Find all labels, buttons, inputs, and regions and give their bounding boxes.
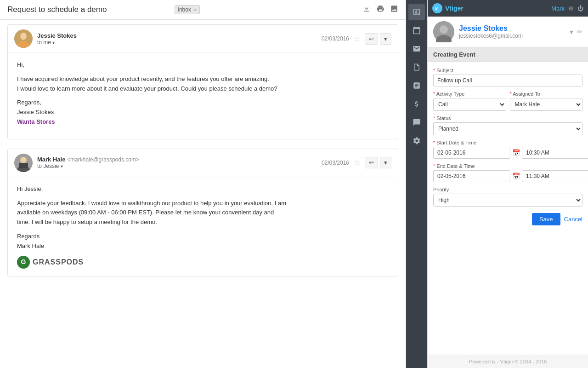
- priority-group: Priority High Medium Low: [433, 187, 582, 207]
- contact-edit-icon[interactable]: ✏: [577, 28, 582, 35]
- end-calendar-icon[interactable]: 📅: [512, 172, 520, 180]
- end-date-input[interactable]: [433, 170, 510, 182]
- more-button-2[interactable]: ▾: [380, 157, 391, 168]
- creating-event-header: Creating Event: [428, 47, 588, 62]
- email-toolbar: [362, 5, 398, 15]
- image-icon[interactable]: [390, 5, 398, 15]
- end-datetime-row: 📅 🕐: [433, 170, 582, 182]
- crm-topbar: v Vtiger Mark ⚙ ⏻: [428, 0, 588, 17]
- reply-button-1[interactable]: ↩: [365, 33, 378, 45]
- download-icon[interactable]: [362, 5, 371, 15]
- subject-input[interactable]: [433, 75, 582, 86]
- sender-avatar-mark: [14, 154, 33, 172]
- sender-name-mark: Mark Hale <markhale@grasspods.com>: [37, 156, 322, 163]
- email-msg-header-2: Mark Hale <markhale@grasspods.com> to Je…: [8, 149, 398, 177]
- subject-group: Subject: [433, 68, 582, 86]
- sidebar-item-money[interactable]: [408, 96, 425, 112]
- assigned-to-label: Assigned To: [510, 91, 583, 97]
- sender-info-mark: Mark Hale <markhale@grasspods.com> to Je…: [37, 156, 322, 169]
- sender-avatar-jessie: [14, 29, 33, 48]
- sidebar-item-document[interactable]: [408, 59, 425, 75]
- msg-date-1: 02/03/2016: [322, 35, 349, 42]
- contact-actions: ▾ ✏: [570, 28, 582, 36]
- start-date-label: Start Date & Time: [433, 140, 582, 145]
- email-panel: Request to schedule a demo Inbox ×: [0, 0, 406, 368]
- contact-dropdown-icon[interactable]: ▾: [570, 28, 573, 36]
- form-actions: Save Cancel: [433, 213, 582, 225]
- email-body-1: Hi, I have acquired knowledge about your…: [8, 53, 398, 139]
- msg-date-area-1: 02/03/2016 ☆ ↩ ▾: [322, 33, 391, 45]
- inbox-close-button[interactable]: ×: [194, 7, 197, 12]
- star-icon-1[interactable]: ☆: [354, 34, 360, 43]
- inbox-label: Inbox: [178, 6, 191, 13]
- vtiger-logo: v Vtiger: [432, 3, 551, 13]
- contact-avatar: [433, 21, 454, 42]
- cancel-button[interactable]: Cancel: [564, 213, 582, 225]
- email-message-2: Mark Hale <markhale@grasspods.com> to Je…: [7, 149, 398, 276]
- svg-point-3: [21, 33, 26, 39]
- start-calendar-icon[interactable]: 📅: [512, 149, 520, 156]
- print-icon[interactable]: [376, 5, 384, 15]
- msg-date-2: 02/03/2016: [322, 160, 349, 166]
- save-button[interactable]: Save: [532, 213, 560, 225]
- sidebar-item-settings[interactable]: [408, 132, 425, 149]
- contact-info: Jessie Stokes jessiestokes6@gmail.com: [459, 24, 570, 39]
- status-select[interactable]: Planned Held Not Held: [433, 122, 582, 135]
- more-button-1[interactable]: ▾: [380, 33, 391, 45]
- msg-date-area-2: 02/03/2016 ☆ ↩ ▾: [322, 157, 391, 168]
- sidebar-item-chart[interactable]: [408, 4, 425, 20]
- sender-email-mark: <markhale@grasspods.com>: [67, 156, 139, 163]
- svg-point-7: [21, 157, 26, 162]
- star-icon-2[interactable]: ☆: [354, 158, 360, 167]
- event-form: Subject Activity Type Call Meeting Task …: [428, 62, 588, 355]
- sidebar-item-chat[interactable]: [408, 114, 425, 131]
- activity-row: Activity Type Call Meeting Task Email As…: [433, 91, 582, 115]
- sidebar-item-notes[interactable]: [408, 77, 425, 94]
- status-group: Status Planned Held Not Held: [433, 115, 582, 135]
- sidebar: [406, 0, 427, 368]
- reply-button-2[interactable]: ↩: [365, 157, 378, 168]
- start-datetime-row: 📅 🕐: [433, 147, 582, 159]
- grasspods-text: GRASSPODS: [33, 256, 84, 268]
- email-body-2: Hi Jessie, Appreciate your feedback. I w…: [8, 177, 398, 276]
- to-dropdown-jessie[interactable]: ▾: [52, 40, 55, 45]
- crm-panel: v Vtiger Mark ⚙ ⏻ Jessie Stokes jessiest…: [427, 0, 588, 368]
- priority-select[interactable]: High Medium Low: [433, 194, 582, 207]
- subject-label: Subject: [433, 68, 582, 73]
- sidebar-item-calendar[interactable]: [408, 22, 425, 39]
- email-message: Jessie Stokes to me ▾ 02/03/2016 ☆ ↩ ▾: [7, 24, 398, 139]
- grasspods-g-icon: G: [17, 256, 30, 269]
- crm-power-icon[interactable]: ⏻: [577, 5, 583, 12]
- priority-label: Priority: [433, 187, 582, 192]
- crm-settings-icon[interactable]: ⚙: [568, 5, 574, 12]
- status-label: Status: [433, 115, 582, 121]
- contact-name: Jessie Stokes: [459, 24, 570, 33]
- start-date-group: Start Date & Time 📅 🕐: [433, 140, 582, 159]
- start-time-input[interactable]: [522, 147, 588, 159]
- svg-text:v: v: [435, 6, 438, 11]
- crm-user-area: Mark ⚙ ⏻: [551, 5, 583, 12]
- inbox-badge: Inbox ×: [175, 5, 200, 14]
- email-title: Request to schedule a demo: [7, 5, 170, 14]
- activity-type-select[interactable]: Call Meeting Task Email: [433, 98, 506, 111]
- assigned-to-group: Assigned To Mark Hale: [510, 91, 583, 111]
- end-date-label: End Date & Time: [433, 163, 582, 169]
- start-date-input[interactable]: [433, 147, 510, 159]
- activity-type-label: Activity Type: [433, 91, 506, 97]
- svg-point-12: [440, 25, 448, 34]
- msg-actions-2: ↩ ▾: [365, 157, 391, 168]
- crm-contact-area: Jessie Stokes jessiestokes6@gmail.com ▾ …: [428, 17, 588, 47]
- crm-footer: Powered by - Vtiger © 2004 - 2016: [428, 355, 588, 368]
- company-link[interactable]: Wanta Stores: [17, 118, 55, 125]
- end-time-input[interactable]: [522, 170, 588, 182]
- end-date-group: End Date & Time 📅 🕐: [433, 163, 582, 182]
- email-msg-header-1: Jessie Stokes to me ▾ 02/03/2016 ☆ ↩ ▾: [8, 25, 398, 53]
- email-header-bar: Request to schedule a demo Inbox ×: [0, 0, 406, 20]
- to-dropdown-mark[interactable]: ▾: [61, 164, 63, 169]
- email-thread: Jessie Stokes to me ▾ 02/03/2016 ☆ ↩ ▾: [0, 20, 406, 368]
- vtiger-logo-text: Vtiger: [445, 5, 464, 12]
- sidebar-item-mail[interactable]: [408, 40, 425, 57]
- sender-info-jessie: Jessie Stokes to me ▾: [37, 32, 322, 46]
- assigned-to-select[interactable]: Mark Hale: [510, 98, 583, 111]
- activity-type-group: Activity Type Call Meeting Task Email: [433, 91, 506, 111]
